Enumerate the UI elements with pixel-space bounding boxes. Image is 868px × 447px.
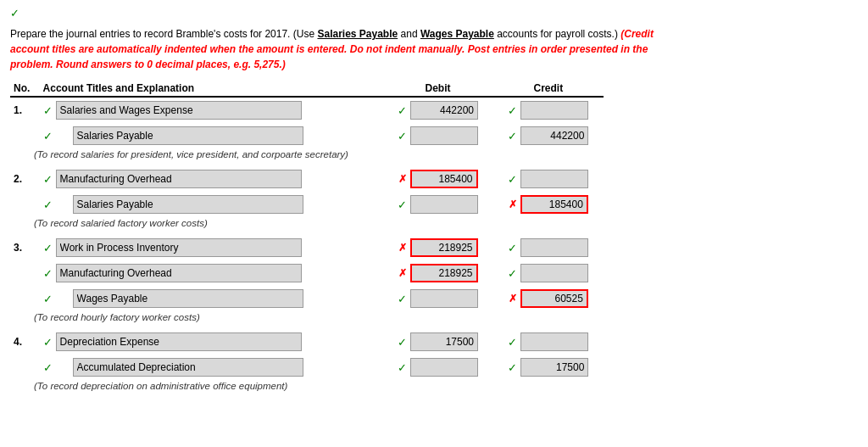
debit-cell: ✓ [382,355,492,380]
debit-input[interactable] [410,358,478,377]
account-input[interactable] [73,195,303,214]
check-icon: ✓ [508,336,517,349]
debit-input[interactable] [410,170,478,188]
table-row: ✓ ✓ ✓ [10,123,604,148]
credit-cell: ✓ [493,123,604,148]
credit-cell: ✓ [493,97,604,123]
check-icon: ✓ [508,267,517,280]
account-input[interactable] [56,238,302,257]
check-icon: ✓ [508,104,517,117]
note-text: (To record salaried factory worker costs… [10,217,604,235]
debit-input[interactable] [410,289,478,308]
account-cell: ✓ [40,260,383,286]
entry-number [10,286,40,311]
account-input[interactable] [73,289,303,308]
table-row: ✓ ✓ ✗ [10,192,604,217]
table-row: ✓ ✓ ✓ [10,355,604,380]
table-header: No. Account Titles and Explanation Debit… [10,81,604,97]
check-icon: ✓ [43,336,53,349]
check-icon: ✓ [398,293,407,305]
note-row: (To record hourly factory worker costs) [10,311,604,329]
check-icon: ✓ [43,104,53,117]
debit-input[interactable] [410,101,478,120]
entry-number: 4. [10,329,40,355]
check-icon: ✓ [43,173,53,186]
credit-input[interactable] [520,332,588,351]
entry-number [10,192,40,217]
note-row: (To record depreciation on administrativ… [10,380,604,398]
status-bar: ✓ [10,7,858,20]
x-icon: ✗ [509,293,517,305]
x-icon: ✗ [398,242,407,254]
debit-cell: ✓ [382,329,492,355]
check-icon: ✓ [508,173,517,186]
note-row: (To record salaries for president, vice … [10,148,604,166]
entry-number [10,123,40,148]
credit-cell: ✓ [493,355,604,380]
debit-input[interactable] [410,195,478,214]
account-cell: ✓ [40,286,383,311]
account-input[interactable] [73,126,303,145]
account-input[interactable] [56,170,302,188]
account-cell: ✓ [40,235,383,260]
note-text: (To record hourly factory worker costs) [10,311,604,329]
debit-input[interactable] [410,238,478,257]
check-icon: ✓ [10,7,19,20]
credit-input[interactable] [520,264,588,282]
table-row: 2. ✓ ✗ ✓ [10,166,604,192]
check-icon: ✓ [43,130,53,142]
note-text: (To record depreciation on administrativ… [10,380,604,398]
check-icon: ✓ [508,130,517,142]
credit-input[interactable] [520,358,588,377]
note-row: (To record salaried factory worker costs… [10,217,604,235]
check-icon: ✓ [398,104,407,117]
header-debit: Debit [382,81,492,97]
check-icon: ✓ [398,336,407,349]
header-no: No. [10,81,40,97]
debit-input[interactable] [410,264,478,282]
instructions-block: Prepare the journal entries to record Br… [10,26,688,72]
note-text: (To record salaries for president, vice … [10,148,604,166]
table-row: 1. ✓ ✓ ✓ [10,97,604,123]
entry-number: 2. [10,166,40,192]
x-icon: ✗ [398,267,407,279]
credit-cell: ✓ [493,235,604,260]
credit-cell: ✓ [493,260,604,286]
credit-input[interactable] [520,126,588,145]
credit-cell: ✓ [493,166,604,192]
table-row: ✓ ✗ ✓ [10,260,604,286]
check-icon: ✓ [43,198,53,211]
credit-input[interactable] [520,195,588,214]
account-input[interactable] [56,264,302,282]
account-cell: ✓ [40,97,383,123]
account-cell: ✓ [40,166,383,192]
account-input[interactable] [56,332,302,351]
entry-number: 3. [10,235,40,260]
journal-table: No. Account Titles and Explanation Debit… [10,81,604,398]
debit-cell: ✗ [382,235,492,260]
check-icon: ✓ [43,361,53,374]
instruction-line1: Prepare the journal entries to record Br… [10,26,688,72]
account-input[interactable] [73,358,303,377]
debit-cell: ✓ [382,123,492,148]
debit-input[interactable] [410,332,478,351]
account-cell: ✓ [40,123,383,148]
header-account: Account Titles and Explanation [40,81,383,97]
debit-input[interactable] [410,126,478,145]
credit-input[interactable] [520,238,588,257]
check-icon: ✓ [43,293,53,305]
credit-cell: ✓ [493,329,604,355]
check-icon: ✓ [43,267,53,280]
header-credit: Credit [493,81,604,97]
table-row: 3. ✓ ✗ ✓ [10,235,604,260]
debit-cell: ✗ [382,260,492,286]
table-row: 4. ✓ ✓ ✓ [10,329,604,355]
account-input[interactable] [56,101,302,120]
credit-input[interactable] [520,101,588,120]
entry-number [10,260,40,286]
account-cell: ✓ [40,192,383,217]
credit-input[interactable] [520,289,588,308]
account-cell: ✓ [40,355,383,380]
credit-input[interactable] [520,170,588,188]
debit-cell: ✓ [382,192,492,217]
